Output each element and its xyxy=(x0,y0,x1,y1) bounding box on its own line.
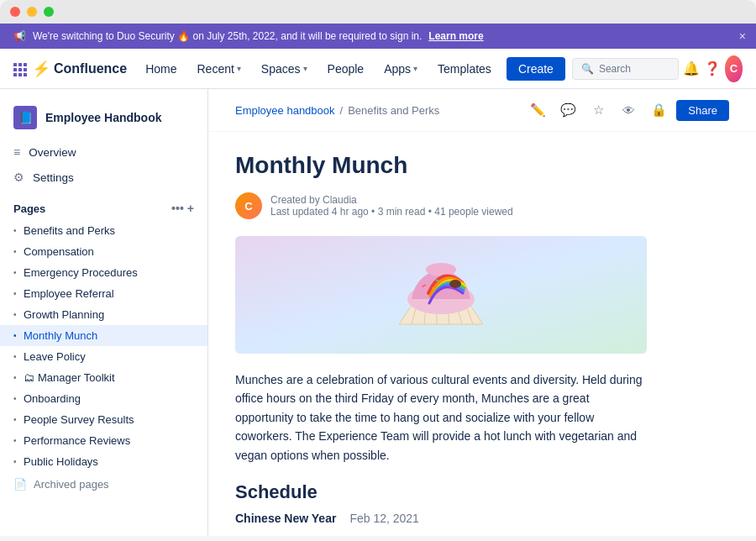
search-icon: 🔍 xyxy=(581,63,594,75)
page-employee-referral[interactable]: Employee Referral xyxy=(0,283,207,304)
comment-button[interactable]: 💬 xyxy=(555,97,580,123)
nav-templates[interactable]: Templates xyxy=(429,57,500,81)
pages-more-icon[interactable]: ••• xyxy=(171,202,184,215)
logo-area[interactable]: ⚡ Confluence xyxy=(13,60,127,78)
nav-recent[interactable]: Recent ▾ xyxy=(188,57,249,81)
page-emergency-procedures[interactable]: Emergency Procedures xyxy=(0,262,207,283)
schedule-date: Feb 12, 2021 xyxy=(349,512,419,525)
page-growth-planning[interactable]: Growth Planning xyxy=(0,304,207,325)
article: Monthly Munch C Created by Claudia Last … xyxy=(208,132,756,536)
banner-close-button[interactable]: × xyxy=(739,29,746,43)
article-hero-image xyxy=(235,236,647,354)
space-icon: 📘 xyxy=(13,106,37,129)
page-public-holidays[interactable]: Public Holidays xyxy=(0,451,207,472)
app-grid-icon xyxy=(13,63,25,75)
recent-label: Recent xyxy=(197,62,234,76)
window-chrome xyxy=(0,0,756,24)
page-label: Employee Referral xyxy=(24,287,114,300)
page-onboarding[interactable]: Onboarding xyxy=(0,388,207,409)
main-layout: 📘 Employee Handbook ≡ Overview ⚙ Setting… xyxy=(0,89,756,536)
overview-label: Overview xyxy=(29,146,76,159)
nav-home[interactable]: Home xyxy=(137,57,185,81)
recent-chevron: ▾ xyxy=(237,64,241,73)
cupcake-svg xyxy=(235,236,647,354)
page-label: Manager Toolkit xyxy=(38,371,115,384)
sidebar-settings[interactable]: ⚙ Settings xyxy=(0,165,207,190)
archive-icon: 📄 xyxy=(13,478,27,491)
meta-text: Created by Claudia Last updated 4 hr ago… xyxy=(270,194,513,218)
comment-icon: 💬 xyxy=(560,102,576,118)
help-button[interactable]: ❓ xyxy=(703,55,721,82)
star-button[interactable]: ☆ xyxy=(585,97,611,123)
top-navigation: ⚡ Confluence Home Recent ▾ Spaces ▾ Peop… xyxy=(0,49,756,89)
share-button[interactable]: Share xyxy=(676,100,729,121)
page-monthly-munch[interactable]: Monthly Munch xyxy=(0,325,207,346)
minimize-traffic-light[interactable] xyxy=(27,7,37,17)
banner-text: We're switching to Duo Security 🔥 on Jul… xyxy=(33,30,422,42)
update-line: Last updated 4 hr ago • 3 min read • 41 … xyxy=(270,206,513,218)
schedule-date-row: Chinese New Year Feb 12, 2021 xyxy=(235,512,729,525)
page-label: Monthly Munch xyxy=(24,329,97,342)
space-name: Employee Handbook xyxy=(45,111,161,124)
templates-label: Templates xyxy=(438,62,491,76)
page-label: Benefits and Perks xyxy=(24,224,115,237)
edit-icon: ✏️ xyxy=(530,102,546,118)
eye-icon: 👁 xyxy=(622,103,635,118)
lock-icon: 🔒 xyxy=(651,102,667,118)
maximize-traffic-light[interactable] xyxy=(44,7,54,17)
pages-section: Pages ••• + Benefits and Perks Compensat… xyxy=(0,197,207,472)
pages-section-header: Pages ••• + xyxy=(0,197,207,220)
page-benefits-and-perks[interactable]: Benefits and Perks xyxy=(0,220,207,241)
article-body: Munches are a celebration of various cul… xyxy=(235,370,647,465)
page-compensation[interactable]: Compensation xyxy=(0,241,207,262)
archived-pages[interactable]: 📄 Archived pages xyxy=(0,472,207,496)
pages-add-icon[interactable]: + xyxy=(187,202,194,215)
sidebar: 📘 Employee Handbook ≡ Overview ⚙ Setting… xyxy=(0,89,208,536)
confluence-name: Confluence xyxy=(54,61,127,76)
breadcrumb: Employee handbook / Benefits and Perks xyxy=(235,104,439,117)
apps-label: Apps xyxy=(384,62,411,76)
page-manager-toolkit[interactable]: 🗂 Manager Toolkit xyxy=(0,367,207,388)
svg-point-14 xyxy=(449,280,461,288)
page-performance-reviews[interactable]: Performance Reviews xyxy=(0,430,207,451)
spaces-chevron: ▾ xyxy=(303,64,307,73)
article-title: Monthly Munch xyxy=(235,152,729,179)
user-avatar[interactable]: C xyxy=(725,55,743,82)
help-icon: ❓ xyxy=(704,60,721,76)
schedule-event: Chinese New Year xyxy=(235,512,336,525)
close-traffic-light[interactable] xyxy=(10,7,20,17)
article-meta: C Created by Claudia Last updated 4 hr a… xyxy=(235,192,729,219)
schedule-menu: Crispy Stuffed Lotus Root with Pork, Egg… xyxy=(235,532,647,536)
confluence-logo[interactable]: ⚡ Confluence xyxy=(32,60,127,78)
schedule-heading: Schedule xyxy=(235,481,729,503)
banner-icon: 📢 xyxy=(13,30,26,42)
breadcrumb-separator: / xyxy=(340,104,344,117)
banner-learn-more-link[interactable]: Learn more xyxy=(428,30,483,42)
page-label: Onboarding xyxy=(24,392,81,405)
page-people-survey-results[interactable]: People Survey Results xyxy=(0,409,207,430)
breadcrumb-current: Benefits and Perks xyxy=(348,104,439,117)
pages-label: Pages xyxy=(13,202,45,215)
page-leave-policy[interactable]: Leave Policy xyxy=(0,346,207,367)
page-label: People Survey Results xyxy=(24,413,134,426)
restrict-button[interactable]: 🔒 xyxy=(646,97,671,123)
home-label: Home xyxy=(145,62,176,76)
breadcrumb-toolbar: Employee handbook / Benefits and Perks ✏… xyxy=(208,89,756,132)
manager-toolkit-icon: 🗂 xyxy=(24,371,34,384)
confluence-icon: ⚡ xyxy=(32,60,50,78)
toolbar-icons: ✏️ 💬 ☆ 👁 🔒 Share xyxy=(525,97,729,123)
breadcrumb-parent[interactable]: Employee handbook xyxy=(235,104,335,117)
people-label: People xyxy=(328,62,365,76)
nav-spaces[interactable]: Spaces ▾ xyxy=(253,57,316,81)
watch-button[interactable]: 👁 xyxy=(616,97,641,123)
nav-apps[interactable]: Apps ▾ xyxy=(375,57,426,81)
search-box[interactable]: 🔍 Search xyxy=(572,58,679,80)
create-button[interactable]: Create xyxy=(507,57,565,81)
sidebar-overview[interactable]: ≡ Overview xyxy=(0,139,207,165)
announcement-banner: 📢 We're switching to Duo Security 🔥 on J… xyxy=(0,24,756,49)
page-label: Public Holidays xyxy=(24,455,98,468)
notifications-button[interactable]: 🔔 xyxy=(682,55,700,82)
author-line: Created by Claudia xyxy=(270,194,513,206)
edit-button[interactable]: ✏️ xyxy=(525,97,550,123)
nav-people[interactable]: People xyxy=(319,57,373,81)
